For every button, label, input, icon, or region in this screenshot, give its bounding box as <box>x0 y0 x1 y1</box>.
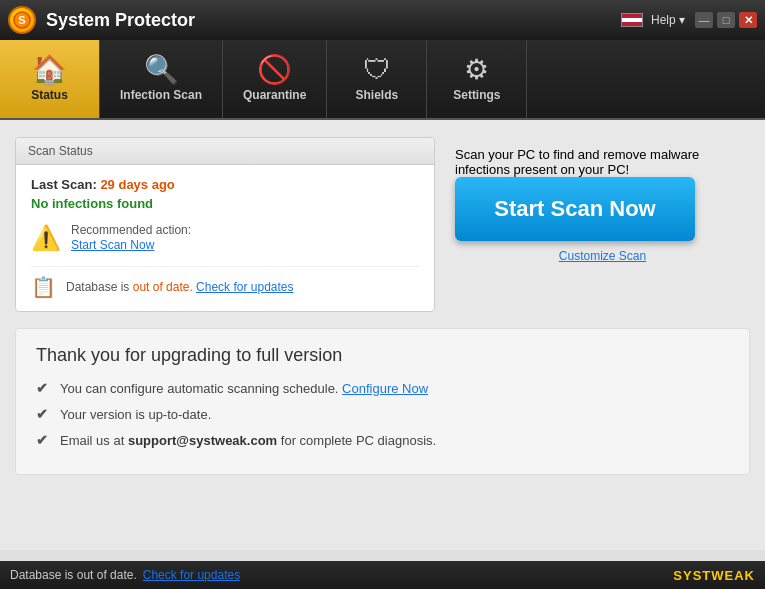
settings-icon: ⚙ <box>464 56 489 84</box>
checkmark-icon-2: ✔ <box>36 406 48 422</box>
window-controls: — □ ✕ <box>695 12 757 28</box>
no-infections-status: No infections found <box>31 196 419 211</box>
tab-infection-scan[interactable]: 🔍 Infection Scan <box>100 40 223 118</box>
brand-logo: SYSTWEAK <box>673 568 755 583</box>
flag-icon <box>621 13 643 27</box>
upgrade-item-3-text: Email us at support@systweak.com for com… <box>60 433 436 448</box>
upgrade-section: Thank you for upgrading to full version … <box>15 328 750 475</box>
minimize-button[interactable]: — <box>695 12 713 28</box>
configure-now-link[interactable]: Configure Now <box>342 381 428 396</box>
last-scan-value: 29 days ago <box>100 177 174 192</box>
tab-status-label: Status <box>31 88 68 102</box>
upgrade-title: Thank you for upgrading to full version <box>36 345 729 366</box>
statusbar-left: Database is out of date. Check for updat… <box>10 568 240 582</box>
tab-status[interactable]: 🏠 Status <box>0 40 100 118</box>
main-content: Scan Status Last Scan: 29 days ago No in… <box>0 120 765 550</box>
upgrade-item-1-text: You can configure automatic scanning sch… <box>60 381 428 396</box>
svg-text:S: S <box>18 14 25 26</box>
tab-quarantine-label: Quarantine <box>243 88 306 102</box>
last-scan-label: Last Scan: <box>31 177 97 192</box>
upgrade-item-2-text: Your version is up-to-date. <box>60 407 211 422</box>
out-of-date-text: out of date. <box>133 280 193 294</box>
checkmark-icon-3: ✔ <box>36 432 48 448</box>
start-scan-button[interactable]: Start Scan Now <box>455 177 695 241</box>
customize-scan-link[interactable]: Customize Scan <box>455 249 750 263</box>
scan-status-body: Last Scan: 29 days ago No infections fou… <box>16 165 434 311</box>
tab-settings[interactable]: ⚙ Settings <box>427 40 527 118</box>
scan-status-title: Scan Status <box>28 144 93 158</box>
maximize-button[interactable]: □ <box>717 12 735 28</box>
help-menu[interactable]: Help ▾ <box>651 13 685 27</box>
scan-status-card: Scan Status Last Scan: 29 days ago No in… <box>15 137 435 312</box>
scan-status-header: Scan Status <box>16 138 434 165</box>
tab-quarantine[interactable]: 🚫 Quarantine <box>223 40 327 118</box>
last-scan-line: Last Scan: 29 days ago <box>31 177 419 192</box>
tab-shields-label: Shields <box>356 88 399 102</box>
checkmark-icon-1: ✔ <box>36 380 48 396</box>
statusbar-check-updates-link[interactable]: Check for updates <box>143 568 240 582</box>
support-email: support@systweak.com <box>128 433 277 448</box>
database-icon: 📋 <box>31 275 56 299</box>
database-row: 📋 Database is out of date. Check for upd… <box>31 266 419 299</box>
nav-bar: 🏠 Status 🔍 Infection Scan 🚫 Quarantine 🛡… <box>0 40 765 120</box>
main-row: Scan Status Last Scan: 29 days ago No in… <box>15 137 750 312</box>
home-icon: 🏠 <box>32 56 67 84</box>
status-bar: Database is out of date. Check for updat… <box>0 561 765 589</box>
left-column: Scan Status Last Scan: 29 days ago No in… <box>15 137 435 312</box>
upgrade-item-3: ✔ Email us at support@systweak.com for c… <box>36 432 729 448</box>
upgrade-item-2: ✔ Your version is up-to-date. <box>36 406 729 422</box>
tab-infection-scan-label: Infection Scan <box>120 88 202 102</box>
statusbar-text: Database is out of date. <box>10 568 137 582</box>
start-scan-link[interactable]: Start Scan Now <box>71 238 154 252</box>
recommended-label: Recommended action: <box>71 223 191 237</box>
recommended-icon: ⚠️ <box>31 224 61 252</box>
upgrade-item-1: ✔ You can configure automatic scanning s… <box>36 380 729 396</box>
title-bar: S System Protector Help ▾ — □ ✕ <box>0 0 765 40</box>
app-title: System Protector <box>46 10 621 31</box>
infection-scan-icon: 🔍 <box>144 56 179 84</box>
recommended-text-block: Recommended action: Start Scan Now <box>71 223 191 252</box>
database-text: Database is out of date. Check for updat… <box>66 280 294 294</box>
tab-settings-label: Settings <box>453 88 500 102</box>
app-logo: S <box>8 6 36 34</box>
close-button[interactable]: ✕ <box>739 12 757 28</box>
recommended-row: ⚠️ Recommended action: Start Scan Now <box>31 223 419 252</box>
quarantine-icon: 🚫 <box>257 56 292 84</box>
right-column: Scan your PC to find and remove malware … <box>455 137 750 312</box>
shields-icon: 🛡 <box>363 56 391 84</box>
tab-shields[interactable]: 🛡 Shields <box>327 40 427 118</box>
check-for-updates-link[interactable]: Check for updates <box>196 280 293 294</box>
scan-description: Scan your PC to find and remove malware … <box>455 147 750 177</box>
